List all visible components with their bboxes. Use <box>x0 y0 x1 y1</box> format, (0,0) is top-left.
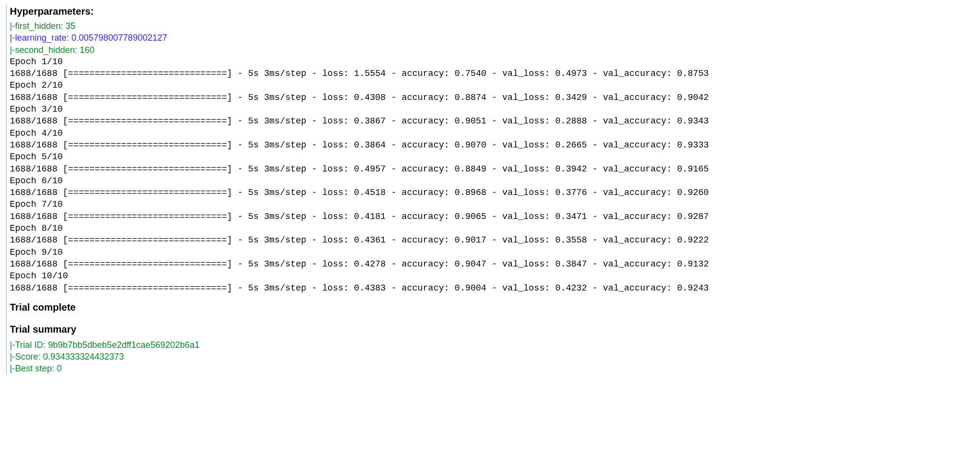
epoch-label: Epoch 4/10 <box>10 127 974 139</box>
hp-learning-rate: |-learning_rate: 0.005798007789002127 <box>10 32 974 44</box>
trial-summary-heading: Trial summary <box>10 323 974 336</box>
trial-complete-heading: Trial complete <box>10 301 974 314</box>
epoch-label: Epoch 8/10 <box>10 222 974 234</box>
summary-best-step: |-Best step: 0 <box>10 363 974 374</box>
epoch-label: Epoch 9/10 <box>10 246 974 258</box>
epoch-label: Epoch 1/10 <box>10 56 974 68</box>
hp-second-hidden: |-second_hidden: 160 <box>10 44 974 56</box>
epoch-progress-line: 1688/1688 [=============================… <box>10 163 974 175</box>
hp-first-hidden: |-first_hidden: 35 <box>10 20 974 32</box>
epoch-progress-line: 1688/1688 [=============================… <box>10 68 974 79</box>
summary-trial-id: |-Trial ID: 9b9b7bb5dbeb5e2dff1cae569202… <box>10 339 974 351</box>
epoch-progress-line: 1688/1688 [=============================… <box>10 258 974 270</box>
epoch-progress-line: 1688/1688 [=============================… <box>10 92 974 103</box>
epoch-label: Epoch 10/10 <box>10 270 974 282</box>
epoch-progress-line: 1688/1688 [=============================… <box>10 139 974 151</box>
epoch-progress-line: 1688/1688 [=============================… <box>10 187 974 198</box>
training-log: Epoch 1/101688/1688 [===================… <box>10 56 974 294</box>
epoch-label: Epoch 7/10 <box>10 198 974 210</box>
hyperparameters-heading: Hyperparameters: <box>10 5 974 18</box>
epoch-label: Epoch 2/10 <box>10 79 974 91</box>
output-cell: Hyperparameters: |-first_hidden: 35 |-le… <box>6 5 974 375</box>
epoch-label: Epoch 6/10 <box>10 175 974 187</box>
epoch-progress-line: 1688/1688 [=============================… <box>10 211 974 222</box>
epoch-progress-line: 1688/1688 [=============================… <box>10 115 974 127</box>
epoch-label: Epoch 3/10 <box>10 103 974 115</box>
epoch-progress-line: 1688/1688 [=============================… <box>10 234 974 246</box>
summary-score: |-Score: 0.934333324432373 <box>10 351 974 363</box>
epoch-progress-line: 1688/1688 [=============================… <box>10 282 974 294</box>
epoch-label: Epoch 5/10 <box>10 151 974 163</box>
